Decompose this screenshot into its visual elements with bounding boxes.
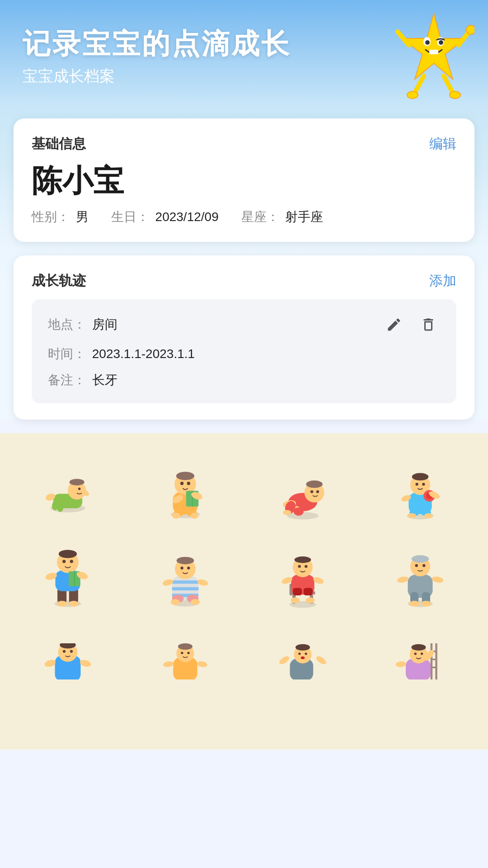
entry-header: 地点： 房间 <box>48 313 440 336</box>
time-label: 时间： <box>48 347 86 361</box>
zodiac-value: 射手座 <box>285 210 323 224</box>
svg-point-52 <box>422 483 425 486</box>
star-mascot <box>393 9 474 99</box>
svg-point-124 <box>79 659 92 668</box>
location-label: 地点： <box>48 317 86 331</box>
baby-figure-2 <box>131 451 239 528</box>
basic-info-card: 基础信息 编辑 陈小宝 性别： 男 生日： 2023/12/09 星座： 射手座 <box>14 118 474 242</box>
time-value: 2023.1.1-2023.1.1 <box>92 347 195 361</box>
svg-point-17 <box>70 479 84 486</box>
svg-point-68 <box>59 550 77 558</box>
baby-figure-11 <box>249 623 357 700</box>
baby-figure-9 <box>14 623 122 700</box>
growth-track-title: 成长轨迹 <box>32 272 86 290</box>
svg-point-105 <box>305 598 314 604</box>
svg-point-121 <box>63 650 66 653</box>
svg-point-3 <box>425 40 430 45</box>
svg-point-139 <box>315 655 328 665</box>
basic-info-header: 基础信息 编辑 <box>32 135 456 153</box>
svg-rect-97 <box>304 588 313 595</box>
svg-point-83 <box>187 567 190 570</box>
svg-point-89 <box>191 599 200 605</box>
note-value: 长牙 <box>92 373 117 387</box>
baby-figure-3 <box>249 451 357 528</box>
svg-point-12 <box>450 91 460 99</box>
baby-figure-6 <box>131 537 239 614</box>
baby-grid <box>9 447 479 704</box>
time-row: 时间： 2023.1.1-2023.1.1 <box>48 344 440 363</box>
svg-point-82 <box>180 567 183 570</box>
svg-point-10 <box>407 91 418 99</box>
svg-point-147 <box>411 644 426 651</box>
baby-figure-1 <box>14 451 122 528</box>
svg-point-128 <box>181 652 183 654</box>
location-value: 房间 <box>92 317 117 331</box>
svg-point-135 <box>298 652 300 655</box>
baby-name: 陈小宝 <box>32 162 456 199</box>
svg-point-70 <box>70 560 73 563</box>
svg-point-117 <box>421 601 431 607</box>
svg-point-151 <box>395 661 406 667</box>
svg-point-123 <box>44 659 56 668</box>
svg-point-129 <box>187 652 189 654</box>
baby-figure-4 <box>366 451 474 528</box>
svg-point-88 <box>171 599 180 605</box>
entry-actions <box>382 313 440 336</box>
zodiac-field: 星座： 射手座 <box>241 208 324 226</box>
svg-point-81 <box>177 557 194 565</box>
svg-point-27 <box>187 482 190 485</box>
svg-point-16 <box>78 487 81 490</box>
svg-point-127 <box>178 643 192 650</box>
svg-point-39 <box>306 481 323 488</box>
birthday-field: 生日： 2023/12/09 <box>111 208 219 226</box>
add-button[interactable]: 添加 <box>429 272 456 290</box>
svg-point-4 <box>439 40 443 45</box>
svg-point-46 <box>283 510 291 515</box>
growth-track-card: 成长轨迹 添加 地点： 房间 <box>14 255 474 420</box>
baby-figure-10 <box>131 623 239 700</box>
baby-figure-12 <box>366 623 474 700</box>
svg-point-113 <box>432 576 444 584</box>
svg-point-136 <box>305 652 307 655</box>
note-row: 备注： 长牙 <box>48 371 440 390</box>
basic-info-title: 基础信息 <box>32 135 86 153</box>
entry-delete-button[interactable] <box>417 313 440 336</box>
svg-point-45 <box>294 507 304 515</box>
svg-point-148 <box>414 652 417 655</box>
cards-container: 基础信息 编辑 陈小宝 性别： 男 生日： 2023/12/09 星座： 射手座… <box>0 105 488 420</box>
svg-point-112 <box>397 576 409 584</box>
svg-point-122 <box>70 650 73 653</box>
entry-edit-button[interactable] <box>382 313 406 336</box>
svg-point-138 <box>278 655 291 665</box>
svg-point-116 <box>409 601 419 607</box>
svg-point-60 <box>424 513 432 518</box>
svg-point-65 <box>69 601 79 607</box>
svg-rect-77 <box>172 580 199 584</box>
svg-point-64 <box>57 601 67 607</box>
baby-figure-7 <box>249 537 357 614</box>
birthday-label: 生日： <box>111 210 149 224</box>
svg-point-130 <box>163 660 174 668</box>
edit-button[interactable]: 编辑 <box>429 135 456 153</box>
growth-track-header: 成长轨迹 添加 <box>32 272 456 290</box>
svg-point-8 <box>466 25 474 34</box>
svg-point-104 <box>291 598 300 604</box>
svg-point-109 <box>412 555 429 563</box>
svg-point-101 <box>305 565 307 568</box>
baby-figure-5 <box>14 537 122 614</box>
svg-point-35 <box>190 513 198 519</box>
gender-field: 性别： 男 <box>32 208 89 226</box>
svg-point-110 <box>415 564 418 567</box>
svg-point-137 <box>301 656 305 659</box>
svg-point-50 <box>412 473 429 481</box>
svg-point-100 <box>298 565 300 568</box>
baby-info-row: 性别： 男 生日： 2023/12/09 星座： 射手座 <box>32 208 456 226</box>
note-label: 备注： <box>48 373 86 387</box>
svg-point-51 <box>415 483 418 486</box>
growth-entry: 地点： 房间 时间： <box>32 299 456 403</box>
svg-point-25 <box>176 472 194 480</box>
svg-marker-0 <box>402 14 465 79</box>
svg-rect-5 <box>429 50 438 54</box>
svg-point-69 <box>62 560 66 563</box>
gender-label: 性别： <box>32 210 70 224</box>
